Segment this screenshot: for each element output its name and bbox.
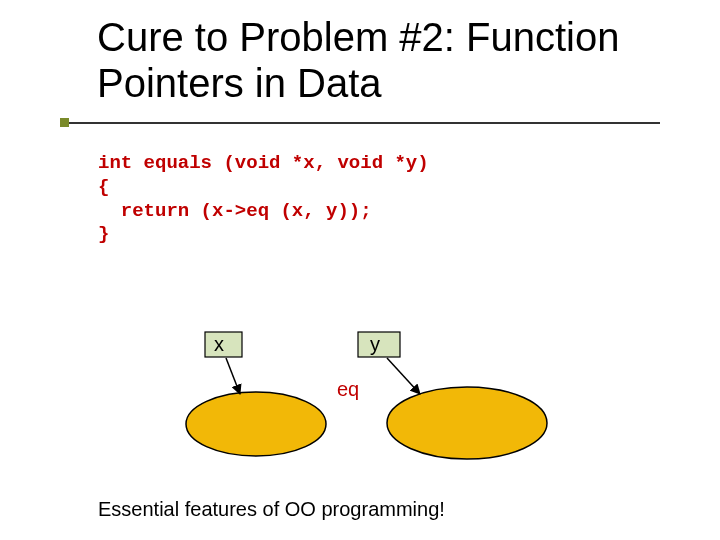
code-block: int equals (void *x, void *y) { return (…	[98, 152, 429, 247]
title-rule-accent	[60, 118, 69, 127]
x-label: x	[214, 333, 224, 355]
x-box	[205, 332, 242, 357]
slide: Cure to Problem #2: Function Pointers in…	[0, 0, 720, 540]
eq-label: eq	[337, 378, 359, 400]
caption: Essential features of OO programming!	[98, 498, 445, 521]
title-rule	[60, 122, 660, 124]
page-title: Cure to Problem #2: Function Pointers in…	[97, 14, 657, 106]
y-box	[358, 332, 400, 357]
x-object-ellipse	[186, 392, 326, 456]
y-object-ellipse	[387, 387, 547, 459]
y-label: y	[370, 333, 380, 355]
arrow-x-to-object	[226, 358, 240, 394]
arrow-y-to-object	[387, 358, 420, 394]
